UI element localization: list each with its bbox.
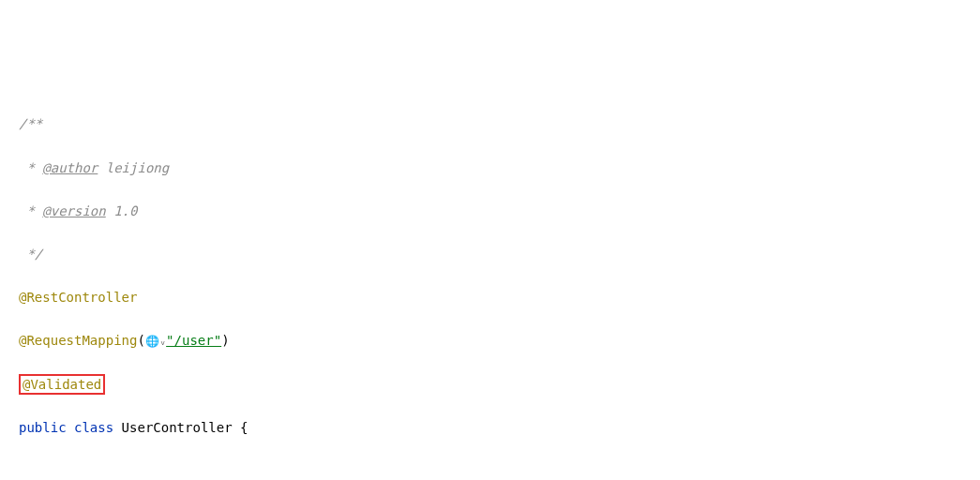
- keyword: public: [19, 420, 67, 435]
- code-line: */: [19, 244, 980, 265]
- globe-icon: 🌐ᵥ: [145, 335, 166, 348]
- code-line: [19, 460, 980, 480]
- string-literal: "/user": [166, 333, 221, 348]
- code-line: public class UserController {: [19, 417, 980, 439]
- version-val: 1.0: [113, 203, 137, 218]
- code-line: @Validated: [19, 374, 980, 396]
- comment-text: /**: [19, 116, 42, 131]
- annotation: @Validated: [23, 377, 101, 392]
- code-line: /**: [19, 113, 980, 135]
- keyword: class: [74, 420, 113, 435]
- code-line: @RequestMapping(🌐ᵥ"/user"): [19, 330, 980, 352]
- author-name: leijiong: [106, 160, 169, 175]
- class-name: UserController: [122, 420, 233, 435]
- javadoc-tag: @author: [42, 160, 98, 175]
- javadoc-tag: @version: [42, 203, 105, 218]
- code-editor: /** * @author leijiong * @version 1.0 */…: [19, 92, 980, 480]
- code-line: * @author leijiong: [19, 158, 980, 179]
- comment-text: */: [19, 247, 42, 262]
- annotation: @RestController: [19, 290, 137, 305]
- annotation: @RequestMapping: [19, 333, 137, 348]
- highlight-box: @Validated: [19, 374, 105, 396]
- code-line: @RestController: [19, 287, 980, 308]
- code-line: * @version 1.0: [19, 201, 980, 222]
